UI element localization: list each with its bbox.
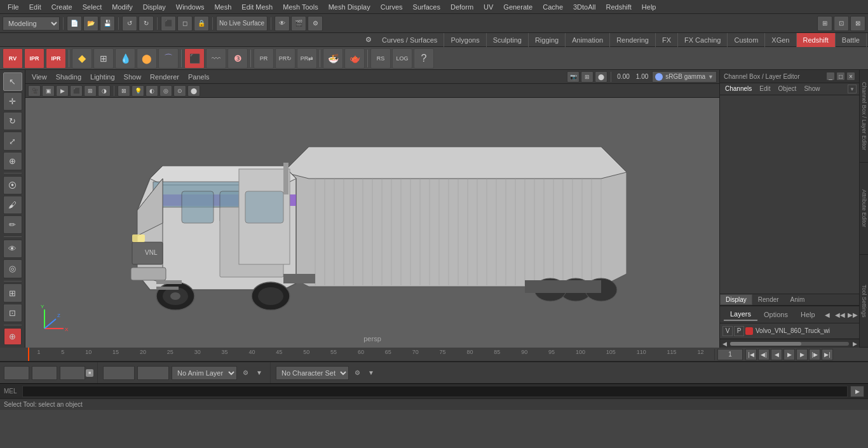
cb-tab-show[interactable]: Show xyxy=(801,85,822,93)
new-file-btn[interactable]: 📄 xyxy=(67,16,82,31)
prev-key-btn[interactable]: ◀| xyxy=(758,349,770,360)
layout-btn2[interactable]: ⊡ xyxy=(834,16,849,31)
layer-icon-3[interactable]: ▶▶ xyxy=(847,309,858,320)
shelf-icon-teapot[interactable]: 🫖 xyxy=(344,48,365,69)
move-btn[interactable]: ✛ xyxy=(3,92,22,111)
layer-tab-options[interactable]: Options xyxy=(757,309,794,320)
vert-label-channel-box[interactable]: Channel Box / Layer Editor xyxy=(860,70,868,163)
menu-edit-mesh[interactable]: Edit Mesh xyxy=(236,2,278,12)
menu-redshift[interactable]: Redshift xyxy=(600,2,636,12)
shelf-icon-wave[interactable]: 〰 xyxy=(206,48,226,69)
go-end-btn[interactable]: ▶| xyxy=(822,349,833,360)
shelf-tab-fx-caching[interactable]: FX Caching xyxy=(678,33,728,47)
display-options-btn[interactable]: 👁 xyxy=(275,16,290,31)
shelf-icon-red-cube[interactable]: ⬛ xyxy=(184,48,205,69)
shelf-tab-redshift[interactable]: Redshift xyxy=(797,33,836,47)
shelf-tab-animation[interactable]: Animation xyxy=(566,33,610,47)
display-tab-render[interactable]: Render xyxy=(752,294,785,305)
shelf-tab-rigging[interactable]: Rigging xyxy=(529,33,566,47)
select-tool-btn[interactable]: ⬛ xyxy=(161,16,176,31)
sculpt-btn[interactable]: ✏ xyxy=(3,215,22,234)
menu-modify[interactable]: Modify xyxy=(107,2,137,12)
snap-point-btn[interactable]: ⊡ xyxy=(3,304,22,322)
vp-tb-ao[interactable]: ◎ xyxy=(159,85,172,97)
snap-grid-btn[interactable]: ⊞ xyxy=(3,283,22,302)
vp-tb-lighting[interactable]: 💡 xyxy=(132,85,144,97)
vp-tb-grid[interactable]: ⊠ xyxy=(118,85,130,97)
shelf-icon-knot[interactable]: ❸ xyxy=(227,48,248,69)
lasso-tool-btn[interactable]: ◻ xyxy=(177,16,193,31)
layer-tab-help[interactable]: Help xyxy=(794,309,822,320)
menu-edit[interactable]: Edit xyxy=(24,2,46,12)
menu-mesh-display[interactable]: Mesh Display xyxy=(323,2,376,12)
shelf-settings-btn[interactable]: ⚙ xyxy=(362,33,376,47)
shelf-tab-fx[interactable]: FX xyxy=(656,33,678,47)
scroll-left[interactable]: ◀ xyxy=(720,339,729,348)
shelf-icon-ipr[interactable]: IPR xyxy=(46,48,66,69)
shelf-icon-sphere[interactable]: ⬤ xyxy=(137,48,157,69)
viewport-icon-camera[interactable]: 📷 xyxy=(567,71,580,83)
vp-menu-lighting[interactable]: Lighting xyxy=(86,72,119,82)
cb-tab-channels[interactable]: Channels xyxy=(722,85,754,93)
next-key-btn[interactable]: |▶ xyxy=(809,349,820,360)
char-set-settings[interactable]: ⚙ xyxy=(351,367,363,379)
select-btn[interactable]: ↖ xyxy=(3,72,22,91)
menu-surfaces[interactable]: Surfaces xyxy=(408,2,445,12)
shelf-icon-pr3[interactable]: PR⇄ xyxy=(297,48,317,69)
anim-end-frame[interactable]: 120 xyxy=(103,366,135,380)
viewport[interactable]: VNL X Y xyxy=(25,98,719,348)
undo-btn[interactable]: ↺ xyxy=(122,16,137,31)
rotate-btn[interactable]: ↻ xyxy=(3,112,22,130)
panel-max-btn[interactable]: □ xyxy=(836,72,845,81)
scale-btn[interactable]: ⤢ xyxy=(3,132,22,150)
menu-mesh[interactable]: Mesh xyxy=(209,2,236,12)
shelf-icon-question[interactable]: ? xyxy=(414,48,434,69)
layer-v-btn[interactable]: V xyxy=(722,326,733,336)
vp-tb-camera[interactable]: 🎥 xyxy=(28,85,41,97)
char-set-dropdown[interactable]: No Character Set xyxy=(276,366,349,380)
shelf-tab-custom[interactable]: Custom xyxy=(728,33,765,47)
vp-menu-view[interactable]: View xyxy=(28,72,51,82)
vp-tb-depth[interactable]: ⬤ xyxy=(187,85,200,97)
menu-file[interactable]: File xyxy=(3,2,24,12)
display-tab-display[interactable]: Display xyxy=(720,294,752,305)
menu-cache[interactable]: Cache xyxy=(538,2,568,12)
shelf-tab-xgen[interactable]: XGen xyxy=(765,33,796,47)
total-frames[interactable]: 200 xyxy=(137,366,169,380)
save-file-btn[interactable]: 💾 xyxy=(100,16,115,31)
universal-btn[interactable]: ⊕ xyxy=(3,152,22,170)
shelf-icon-diamond[interactable]: ◆ xyxy=(72,48,92,69)
menu-windows[interactable]: Windows xyxy=(171,2,210,12)
ruler-marks-area[interactable]: 15101520 2530354045 5055606570 758085909… xyxy=(27,348,714,361)
frame-playback-end-input[interactable]: 120 xyxy=(60,366,85,380)
scroll-right[interactable]: ▶ xyxy=(850,339,859,348)
color-space-arrow[interactable]: ▼ xyxy=(708,74,714,80)
vp-tb-obj[interactable]: ⬛ xyxy=(70,85,83,97)
shelf-icon-drop[interactable]: 💧 xyxy=(115,48,135,69)
menu-mesh-tools[interactable]: Mesh Tools xyxy=(278,2,323,12)
shelf-icon-log[interactable]: LOG xyxy=(392,48,412,69)
shelf-tab-sculpting[interactable]: Sculpting xyxy=(487,33,529,47)
anim-layer-settings[interactable]: ⚙ xyxy=(240,367,251,379)
viewport-icon-solid[interactable]: ⬤ xyxy=(595,71,607,83)
frame-start-input[interactable]: 1 xyxy=(4,366,29,380)
vp-tb-frame[interactable]: ▣ xyxy=(42,85,55,97)
layout-btn3[interactable]: ⊠ xyxy=(850,16,865,31)
shelf-tab-curves-surfaces[interactable]: Curves / Surfaces xyxy=(376,33,444,47)
vert-label-attribute-editor[interactable]: Attribute Editor xyxy=(860,163,868,255)
shelf-icon-rs-logo[interactable]: RS xyxy=(370,48,391,69)
layer-row-1[interactable]: V P Volvo_VNL_860_Truck_wi xyxy=(720,323,859,339)
menu-display[interactable]: Display xyxy=(138,2,171,12)
layer-icon-1[interactable]: ◀ xyxy=(822,309,833,320)
cb-tab-object[interactable]: Object xyxy=(776,85,799,93)
shelf-icon-rv[interactable]: RV xyxy=(3,48,23,69)
panel-close-btn[interactable]: × xyxy=(846,72,855,81)
vp-menu-shading[interactable]: Shading xyxy=(52,72,85,82)
current-frame-input[interactable] xyxy=(717,349,743,360)
vp-tb-aa[interactable]: ⊙ xyxy=(173,85,186,97)
shelf-icon-bowl[interactable]: 🍜 xyxy=(323,48,343,69)
quick-layout-btn[interactable]: ⊕ xyxy=(4,328,22,345)
paint-btn[interactable]: 🖌 xyxy=(3,196,22,214)
menu-3dtoall[interactable]: 3DtoAll xyxy=(568,2,600,12)
workspace-dropdown[interactable]: Modeling xyxy=(3,17,60,31)
